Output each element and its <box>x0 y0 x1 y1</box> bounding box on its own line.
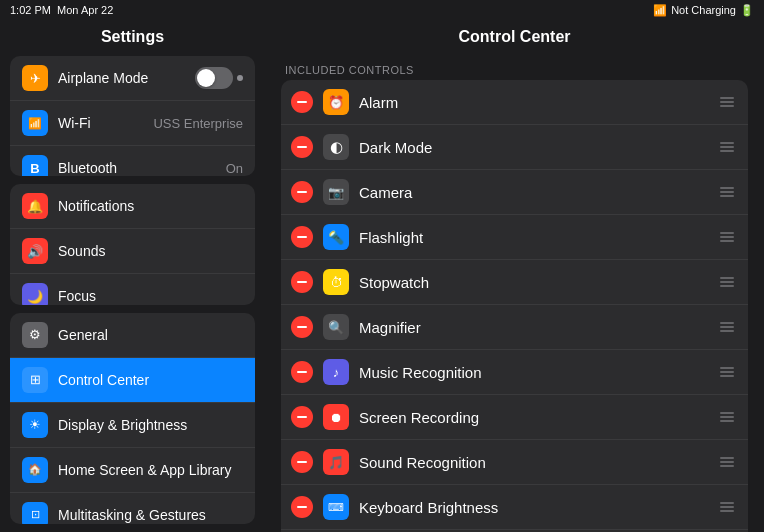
alarm-icon: ⏰ <box>323 89 349 115</box>
bluetooth-icon: B <box>22 155 48 176</box>
remove-keyboard-brightness-button[interactable] <box>291 496 313 518</box>
alarm-drag-handle[interactable] <box>716 93 738 111</box>
sidebar: Settings ✈ Airplane Mode 📶 Wi-Fi USS Ent… <box>0 20 265 532</box>
keyboard-brightness-drag-handle[interactable] <box>716 498 738 516</box>
general-icon: ⚙ <box>22 322 48 348</box>
sidebar-item-control-center[interactable]: ⊞ Control Center <box>10 358 255 403</box>
sidebar-item-focus[interactable]: 🌙 Focus <box>10 274 255 304</box>
remove-music-recognition-button[interactable] <box>291 361 313 383</box>
remove-magnifier-button[interactable] <box>291 316 313 338</box>
camera-icon: 📷 <box>323 179 349 205</box>
charging-status: Not Charging <box>671 4 736 16</box>
camera-drag-handle[interactable] <box>716 183 738 201</box>
focus-icon: 🌙 <box>22 283 48 304</box>
included-section-label: INCLUDED CONTROLS <box>281 56 748 80</box>
control-item-keyboard-brightness: ⌨ Keyboard Brightness <box>281 485 748 530</box>
airplane-dot <box>237 75 243 81</box>
sidebar-item-home-screen[interactable]: 🏠 Home Screen & App Library <box>10 448 255 493</box>
control-item-sound-recognition: 🎵 Sound Recognition <box>281 440 748 485</box>
wifi-icon: 📶 <box>653 4 667 17</box>
remove-camera-button[interactable] <box>291 181 313 203</box>
remove-stopwatch-button[interactable] <box>291 271 313 293</box>
remove-screen-recording-button[interactable] <box>291 406 313 428</box>
sidebar-item-multitasking[interactable]: ⊡ Multitasking & Gestures <box>10 493 255 524</box>
stopwatch-icon: ⏱ <box>323 269 349 295</box>
sound-recognition-icon: 🎵 <box>323 449 349 475</box>
airplane-toggle[interactable] <box>195 67 243 89</box>
control-item-magnifier: 🔍 Magnifier <box>281 305 748 350</box>
control-item-alarm: ⏰ Alarm <box>281 80 748 125</box>
control-item-stopwatch: ⏱ Stopwatch <box>281 260 748 305</box>
battery-icon: 🔋 <box>740 4 754 17</box>
wifi-icon: 📶 <box>22 110 48 136</box>
sidebar-item-notifications[interactable]: 🔔 Notifications <box>10 184 255 229</box>
control-item-flashlight: 🔦 Flashlight <box>281 215 748 260</box>
sidebar-section-notifications: 🔔 Notifications 🔊 Sounds 🌙 Focus ⏱ Scree… <box>10 184 255 304</box>
magnifier-drag-handle[interactable] <box>716 318 738 336</box>
home-screen-icon: 🏠 <box>22 457 48 483</box>
remove-flashlight-button[interactable] <box>291 226 313 248</box>
control-item-music-recognition: ♪ Music Recognition <box>281 350 748 395</box>
keyboard-brightness-icon: ⌨ <box>323 494 349 520</box>
dark-mode-drag-handle[interactable] <box>716 138 738 156</box>
sidebar-item-wifi[interactable]: 📶 Wi-Fi USS Enterprise <box>10 101 255 146</box>
content-title: Control Center <box>281 20 748 56</box>
music-recognition-icon: ♪ <box>323 359 349 385</box>
included-controls-list: ⏰ Alarm ◐ Dark Mode 📷 Camera 🔦 <box>281 80 748 532</box>
dark-mode-icon: ◐ <box>323 134 349 160</box>
sidebar-section-connectivity: ✈ Airplane Mode 📶 Wi-Fi USS Enterprise B… <box>10 56 255 176</box>
control-item-dark-mode: ◐ Dark Mode <box>281 125 748 170</box>
magnifier-icon: 🔍 <box>323 314 349 340</box>
status-bar: 1:02 PM Mon Apr 22 📶 Not Charging 🔋 <box>0 0 764 20</box>
remove-dark-mode-button[interactable] <box>291 136 313 158</box>
notifications-icon: 🔔 <box>22 193 48 219</box>
airplane-toggle-switch[interactable] <box>195 67 233 89</box>
sidebar-item-airplane-mode[interactable]: ✈ Airplane Mode <box>10 56 255 101</box>
screen-recording-drag-handle[interactable] <box>716 408 738 426</box>
sidebar-section-general: ⚙ General ⊞ Control Center ☀ Display & B… <box>10 313 255 524</box>
sidebar-item-bluetooth[interactable]: B Bluetooth On <box>10 146 255 176</box>
flashlight-drag-handle[interactable] <box>716 228 738 246</box>
airplane-mode-icon: ✈ <box>22 65 48 91</box>
remove-alarm-button[interactable] <box>291 91 313 113</box>
sounds-icon: 🔊 <box>22 238 48 264</box>
sidebar-item-sounds[interactable]: 🔊 Sounds <box>10 229 255 274</box>
remove-sound-recognition-button[interactable] <box>291 451 313 473</box>
control-center-icon: ⊞ <box>22 367 48 393</box>
sidebar-item-display-brightness[interactable]: ☀ Display & Brightness <box>10 403 255 448</box>
stopwatch-drag-handle[interactable] <box>716 273 738 291</box>
screen-recording-icon: ⏺ <box>323 404 349 430</box>
flashlight-icon: 🔦 <box>323 224 349 250</box>
control-item-screen-recording: ⏺ Screen Recording <box>281 395 748 440</box>
sound-recognition-drag-handle[interactable] <box>716 453 738 471</box>
sidebar-title: Settings <box>0 20 265 56</box>
control-item-camera: 📷 Camera <box>281 170 748 215</box>
multitasking-icon: ⊡ <box>22 502 48 524</box>
sidebar-item-general[interactable]: ⚙ General <box>10 313 255 358</box>
music-recognition-drag-handle[interactable] <box>716 363 738 381</box>
display-brightness-icon: ☀ <box>22 412 48 438</box>
content-area: Control Center INCLUDED CONTROLS ⏰ Alarm… <box>265 20 764 532</box>
status-time: 1:02 PM Mon Apr 22 <box>10 4 113 16</box>
